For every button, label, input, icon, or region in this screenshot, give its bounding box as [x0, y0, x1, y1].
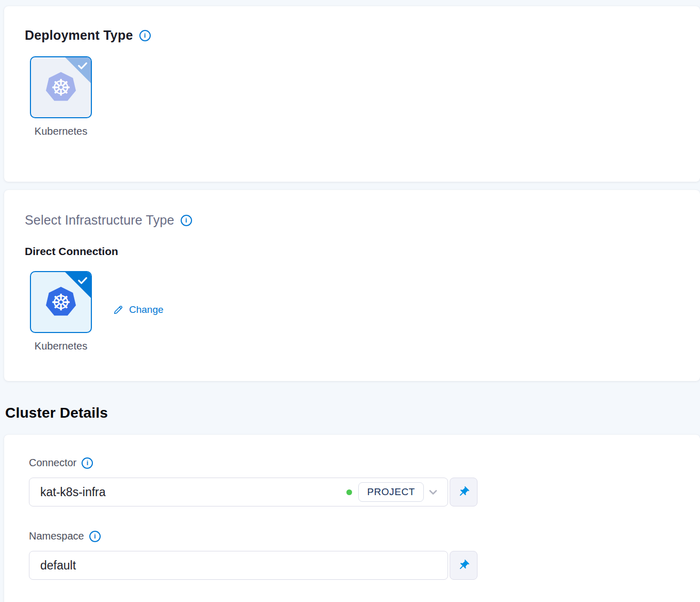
deployment-type-title: Deployment Type [25, 28, 133, 43]
deployment-option-label: Kubernetes [30, 125, 92, 137]
change-button[interactable]: Change [113, 304, 164, 315]
connector-status-dot [346, 489, 352, 495]
info-icon[interactable]: i [89, 531, 101, 542]
connector-field: PROJECT [29, 478, 448, 506]
pin-icon [456, 558, 471, 573]
cluster-details-heading: Cluster Details [5, 405, 700, 421]
check-icon [77, 275, 88, 286]
chevron-down-icon[interactable] [427, 486, 439, 498]
infrastructure-option-label: Kubernetes [30, 340, 92, 352]
namespace-label: Namespace [29, 530, 84, 542]
info-icon[interactable]: i [82, 457, 93, 469]
info-icon[interactable]: i [181, 215, 192, 226]
pin-icon [456, 484, 471, 500]
direct-connection-label: Direct Connection [25, 245, 700, 258]
namespace-input[interactable] [40, 559, 439, 573]
namespace-pin-button[interactable] [450, 551, 478, 580]
deployment-option-kubernetes[interactable]: ☸ [30, 56, 92, 118]
cluster-details-card: Connector i PROJECT Namespace i [4, 435, 700, 602]
infrastructure-option-kubernetes[interactable]: ☸ [30, 271, 92, 333]
infrastructure-type-title: Select Infrastructure Type [25, 213, 174, 228]
connector-input[interactable] [40, 485, 346, 499]
kubernetes-icon: ☸ [44, 286, 78, 319]
connector-pin-button[interactable] [450, 478, 478, 506]
edit-pencil-icon [113, 304, 124, 315]
kubernetes-icon: ☸ [44, 71, 78, 104]
infrastructure-type-card: Select Infrastructure Type i Direct Conn… [4, 190, 700, 381]
info-icon[interactable]: i [139, 30, 151, 41]
check-icon [77, 60, 88, 71]
connector-scope-badge: PROJECT [358, 482, 424, 502]
namespace-field [29, 551, 448, 580]
deployment-type-card: Deployment Type i ☸ Kubernetes [4, 6, 700, 182]
change-label: Change [129, 304, 164, 315]
connector-label: Connector [29, 457, 76, 469]
